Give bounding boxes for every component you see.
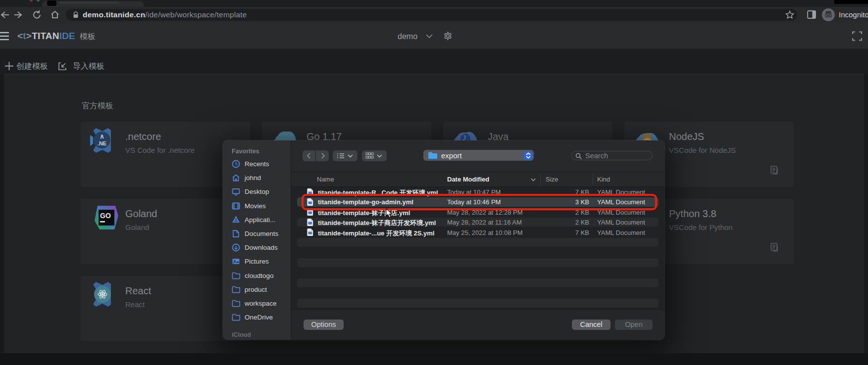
svg-text:.NE: .NE — [98, 140, 106, 146]
svg-text:∧: ∧ — [100, 133, 104, 140]
svg-text:GO: GO — [100, 212, 111, 220]
